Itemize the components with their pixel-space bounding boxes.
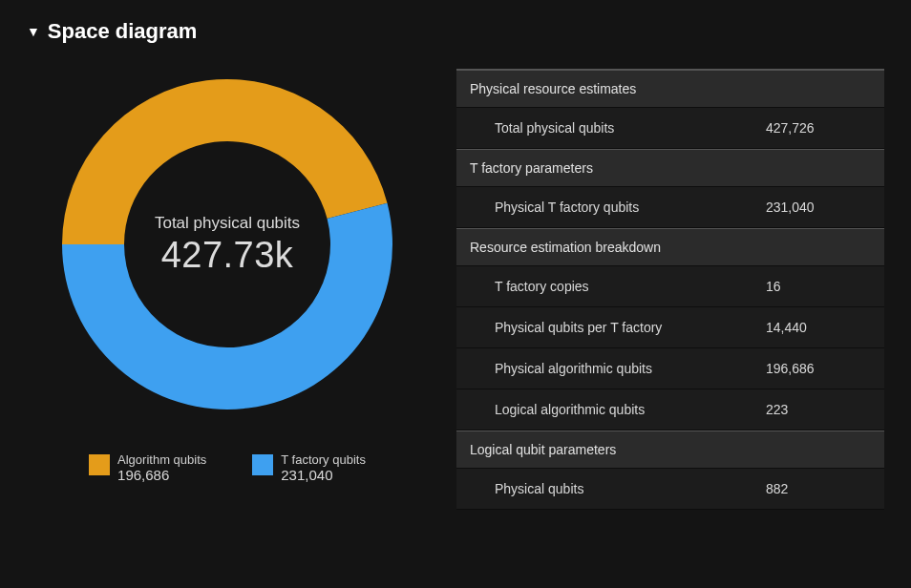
- row-value: 223: [766, 402, 871, 417]
- table-section-header[interactable]: Resource estimation breakdown: [456, 228, 884, 266]
- legend-label: Algorithm qubits: [117, 452, 206, 467]
- table-section-header[interactable]: Physical resource estimates: [456, 70, 884, 108]
- table-section-header[interactable]: T factory parameters: [456, 149, 884, 187]
- panel-title: Space diagram: [48, 19, 198, 44]
- row-key: Total physical qubits: [495, 120, 766, 136]
- donut-svg: [46, 63, 409, 426]
- legend-value: 196,686: [117, 467, 206, 483]
- donut-chart: Total physical qubits 427.73k: [46, 63, 409, 426]
- table-row[interactable]: Physical qubits per T factory14,440: [456, 307, 884, 348]
- row-value: 14,440: [766, 320, 871, 335]
- row-key: Logical algorithmic qubits: [495, 402, 766, 417]
- row-value: 16: [766, 279, 871, 294]
- table-row[interactable]: T factory copies16: [456, 266, 884, 307]
- row-key: Physical qubits: [495, 481, 766, 496]
- legend-value: 231,040: [281, 467, 366, 483]
- legend-text: T factory qubits231,040: [281, 452, 366, 483]
- panel-content: Total physical qubits 427.73k Algorithm …: [27, 63, 884, 510]
- row-value: 231,040: [766, 200, 871, 215]
- table-row[interactable]: Total physical qubits427,726: [456, 108, 884, 149]
- row-key: Physical T factory qubits: [495, 200, 766, 215]
- stats-table: Physical resource estimatesTotal physica…: [456, 63, 884, 510]
- row-value: 427,726: [766, 120, 871, 136]
- table-section-header[interactable]: Logical qubit parameters: [456, 430, 884, 469]
- legend-swatch: [89, 454, 110, 475]
- panel-header[interactable]: ▼ Space diagram: [27, 19, 884, 44]
- legend-text: Algorithm qubits196,686: [117, 452, 206, 483]
- legend-swatch: [252, 454, 273, 475]
- table-row[interactable]: Logical algorithmic qubits223: [456, 389, 884, 430]
- chart-legend: Algorithm qubits196,686T factory qubits2…: [89, 452, 366, 483]
- legend-item[interactable]: T factory qubits231,040: [252, 452, 366, 483]
- row-key: T factory copies: [495, 279, 766, 294]
- chevron-down-icon: ▼: [27, 25, 40, 38]
- table-row[interactable]: Physical T factory qubits231,040: [456, 187, 884, 228]
- legend-label: T factory qubits: [281, 452, 366, 467]
- row-value: 196,686: [766, 361, 871, 376]
- table-row[interactable]: Physical algorithmic qubits196,686: [456, 348, 884, 389]
- row-value: 882: [766, 481, 871, 496]
- row-key: Physical qubits per T factory: [495, 320, 766, 335]
- table-row[interactable]: Physical qubits882: [456, 469, 884, 510]
- row-key: Physical algorithmic qubits: [495, 361, 766, 376]
- legend-item[interactable]: Algorithm qubits196,686: [89, 452, 206, 483]
- chart-column: Total physical qubits 427.73k Algorithm …: [27, 63, 428, 483]
- space-diagram-panel: ▼ Space diagram Total physical qubits 42…: [0, 0, 911, 588]
